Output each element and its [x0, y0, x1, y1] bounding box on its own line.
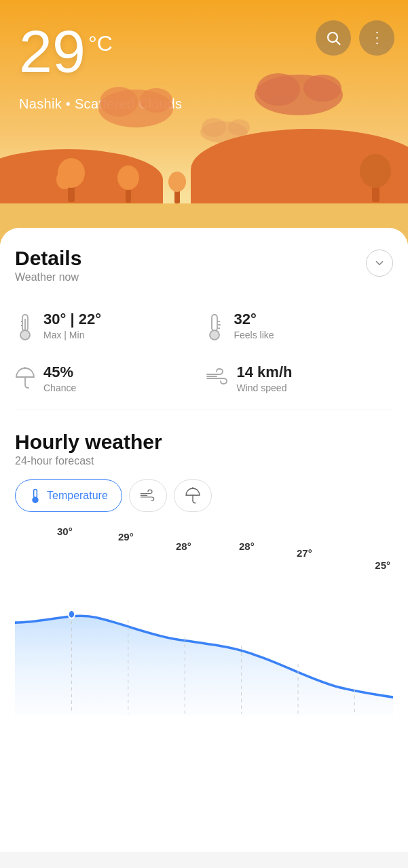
svg-rect-35: [34, 490, 37, 498]
feels-like-icon: [204, 312, 226, 342]
svg-point-18: [117, 165, 139, 190]
tree-2: [115, 156, 141, 207]
wind-speed-value: 14 km/h: [237, 363, 293, 381]
svg-point-10: [303, 75, 341, 102]
feels-like-label: Feels like: [234, 330, 274, 340]
temp-label-4: 27°: [297, 547, 312, 559]
thermometer-icon: [15, 312, 35, 342]
search-icon: [325, 30, 341, 46]
temp-label-0: 30°: [57, 526, 73, 537]
details-section-header: Details Weather now: [15, 247, 393, 283]
rain-filter-icon: [184, 487, 202, 505]
svg-point-46: [69, 610, 75, 618]
feels-like-values: 32° Feels like: [234, 311, 274, 340]
svg-point-22: [360, 154, 391, 188]
svg-point-6: [100, 87, 138, 117]
feels-like-item: 32° Feels like: [204, 300, 394, 353]
weather-header: 29 °C Nashik • Scattered Clouds: [0, 0, 408, 244]
wind-speed-label: Wind speed: [237, 382, 293, 393]
search-button[interactable]: [316, 20, 351, 56]
details-title-group: Details Weather now: [15, 247, 81, 283]
temp-label-1: 29°: [118, 531, 134, 542]
hourly-subtitle: 24-hour forecast: [15, 455, 393, 467]
tree-1: [54, 146, 88, 207]
header-actions: [316, 20, 394, 56]
rain-chance-label: Chance: [43, 382, 76, 393]
more-button[interactable]: [359, 20, 394, 56]
svg-point-29: [210, 330, 219, 340]
max-min-temp-value: 30° | 22°: [43, 311, 101, 328]
temperature-tab-label: Temperature: [47, 490, 108, 502]
rain-tab[interactable]: [174, 479, 212, 512]
svg-point-24: [20, 330, 30, 340]
details-title: Details: [15, 247, 81, 270]
chevron-down-icon: [373, 257, 386, 269]
svg-point-7: [140, 88, 172, 113]
more-icon: [375, 31, 379, 45]
svg-point-4: [376, 43, 377, 44]
svg-point-20: [168, 172, 186, 192]
max-min-values: 30° | 22° Max | Min: [43, 311, 101, 340]
wind-tab[interactable]: [129, 479, 167, 512]
umbrella-icon: [15, 365, 35, 389]
svg-rect-28: [212, 315, 217, 331]
rain-chance-item: 45% Chance: [15, 353, 204, 404]
rain-chance-value: 45%: [43, 363, 76, 381]
svg-point-0: [328, 33, 337, 42]
hourly-section: Hourly weather 24-hour forecast Temperat…: [15, 431, 393, 715]
svg-point-12: [202, 118, 226, 137]
temp-label-2: 28°: [176, 540, 191, 552]
section-divider: [15, 410, 393, 410]
temperature-chart: 30° 29° 28° 28° 27° 25°: [15, 526, 393, 715]
wind-speed-icon: [204, 365, 229, 389]
svg-line-1: [337, 41, 341, 45]
temperature-tab[interactable]: Temperature: [15, 479, 122, 512]
thermometer-small-icon: [29, 488, 41, 503]
temperature-unit: °C: [88, 31, 113, 56]
wind-filter-icon: [139, 489, 157, 502]
svg-point-13: [228, 119, 250, 136]
temp-labels-row: 30° 29° 28° 28° 27° 25°: [15, 526, 393, 559]
max-min-label: Max | Min: [43, 330, 101, 340]
filter-tabs: Temperature: [15, 479, 393, 512]
svg-point-16: [56, 170, 73, 189]
main-content: Details Weather now 30°: [0, 228, 408, 852]
temp-label-3: 28°: [239, 540, 255, 552]
tree-3: [166, 163, 188, 207]
svg-point-3: [376, 37, 377, 39]
temp-label-5: 25°: [375, 559, 390, 571]
details-subtitle: Weather now: [15, 271, 81, 283]
feels-like-value: 32°: [234, 311, 274, 328]
tree-4: [357, 142, 394, 207]
svg-point-9: [257, 73, 300, 106]
max-min-temp-item: 30° | 22° Max | Min: [15, 300, 204, 353]
rain-chance-values: 45% Chance: [43, 363, 76, 393]
details-expand-button[interactable]: [366, 250, 393, 277]
svg-point-36: [33, 497, 38, 502]
details-grid: 30° | 22° Max | Min 32° Feel: [15, 300, 393, 404]
svg-point-2: [376, 32, 377, 33]
wind-speed-values: 14 km/h Wind speed: [237, 363, 293, 393]
chart-svg: [15, 566, 393, 715]
hourly-title: Hourly weather: [15, 431, 393, 454]
scene-illustration: [0, 108, 408, 244]
wind-speed-item: 14 km/h Wind speed: [204, 353, 394, 404]
